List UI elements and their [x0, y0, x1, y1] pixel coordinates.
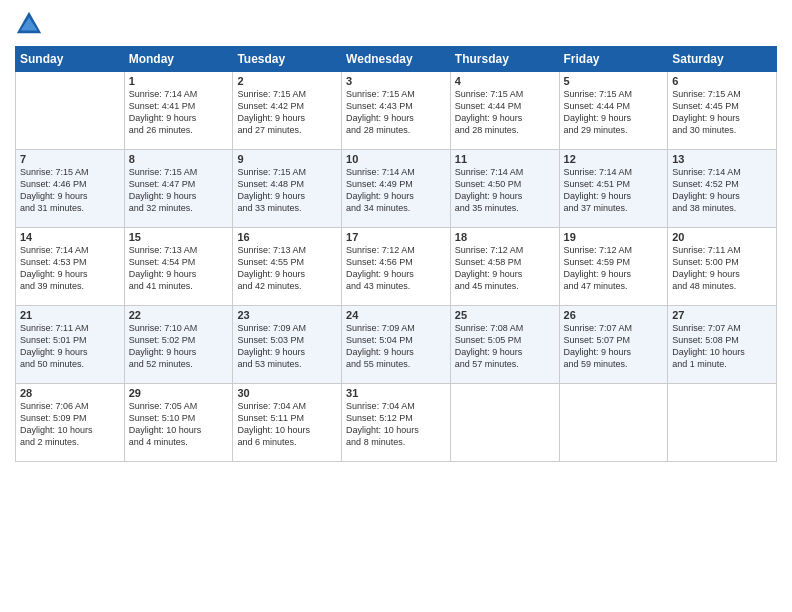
day-number: 9: [237, 153, 337, 165]
day-info: Sunrise: 7:08 AM Sunset: 5:05 PM Dayligh…: [455, 322, 555, 371]
calendar-cell: 5Sunrise: 7:15 AM Sunset: 4:44 PM Daylig…: [559, 72, 668, 150]
day-number: 25: [455, 309, 555, 321]
calendar-cell: 24Sunrise: 7:09 AM Sunset: 5:04 PM Dayli…: [342, 306, 451, 384]
day-info: Sunrise: 7:14 AM Sunset: 4:49 PM Dayligh…: [346, 166, 446, 215]
calendar-cell: 19Sunrise: 7:12 AM Sunset: 4:59 PM Dayli…: [559, 228, 668, 306]
calendar-cell: 17Sunrise: 7:12 AM Sunset: 4:56 PM Dayli…: [342, 228, 451, 306]
day-info: Sunrise: 7:07 AM Sunset: 5:08 PM Dayligh…: [672, 322, 772, 371]
day-number: 16: [237, 231, 337, 243]
day-number: 29: [129, 387, 229, 399]
week-row-2: 7Sunrise: 7:15 AM Sunset: 4:46 PM Daylig…: [16, 150, 777, 228]
day-info: Sunrise: 7:12 AM Sunset: 4:59 PM Dayligh…: [564, 244, 664, 293]
day-info: Sunrise: 7:15 AM Sunset: 4:43 PM Dayligh…: [346, 88, 446, 137]
day-info: Sunrise: 7:09 AM Sunset: 5:04 PM Dayligh…: [346, 322, 446, 371]
week-row-5: 28Sunrise: 7:06 AM Sunset: 5:09 PM Dayli…: [16, 384, 777, 462]
calendar-cell: 30Sunrise: 7:04 AM Sunset: 5:11 PM Dayli…: [233, 384, 342, 462]
day-number: 6: [672, 75, 772, 87]
day-info: Sunrise: 7:11 AM Sunset: 5:01 PM Dayligh…: [20, 322, 120, 371]
calendar-header: SundayMondayTuesdayWednesdayThursdayFrid…: [16, 47, 777, 72]
day-number: 5: [564, 75, 664, 87]
calendar-body: 1Sunrise: 7:14 AM Sunset: 4:41 PM Daylig…: [16, 72, 777, 462]
calendar-cell: 21Sunrise: 7:11 AM Sunset: 5:01 PM Dayli…: [16, 306, 125, 384]
day-number: 3: [346, 75, 446, 87]
week-row-3: 14Sunrise: 7:14 AM Sunset: 4:53 PM Dayli…: [16, 228, 777, 306]
page-header: [15, 10, 777, 38]
day-info: Sunrise: 7:12 AM Sunset: 4:58 PM Dayligh…: [455, 244, 555, 293]
day-number: 2: [237, 75, 337, 87]
day-info: Sunrise: 7:13 AM Sunset: 4:55 PM Dayligh…: [237, 244, 337, 293]
day-info: Sunrise: 7:15 AM Sunset: 4:42 PM Dayligh…: [237, 88, 337, 137]
day-info: Sunrise: 7:15 AM Sunset: 4:48 PM Dayligh…: [237, 166, 337, 215]
day-number: 22: [129, 309, 229, 321]
day-number: 13: [672, 153, 772, 165]
day-number: 1: [129, 75, 229, 87]
day-info: Sunrise: 7:09 AM Sunset: 5:03 PM Dayligh…: [237, 322, 337, 371]
day-info: Sunrise: 7:11 AM Sunset: 5:00 PM Dayligh…: [672, 244, 772, 293]
calendar-cell: 25Sunrise: 7:08 AM Sunset: 5:05 PM Dayli…: [450, 306, 559, 384]
day-info: Sunrise: 7:12 AM Sunset: 4:56 PM Dayligh…: [346, 244, 446, 293]
day-info: Sunrise: 7:14 AM Sunset: 4:52 PM Dayligh…: [672, 166, 772, 215]
day-info: Sunrise: 7:04 AM Sunset: 5:12 PM Dayligh…: [346, 400, 446, 449]
day-info: Sunrise: 7:15 AM Sunset: 4:45 PM Dayligh…: [672, 88, 772, 137]
calendar-cell: 27Sunrise: 7:07 AM Sunset: 5:08 PM Dayli…: [668, 306, 777, 384]
day-info: Sunrise: 7:06 AM Sunset: 5:09 PM Dayligh…: [20, 400, 120, 449]
column-header-thursday: Thursday: [450, 47, 559, 72]
day-number: 14: [20, 231, 120, 243]
calendar-cell: [559, 384, 668, 462]
day-number: 15: [129, 231, 229, 243]
calendar-cell: 2Sunrise: 7:15 AM Sunset: 4:42 PM Daylig…: [233, 72, 342, 150]
calendar-cell: 7Sunrise: 7:15 AM Sunset: 4:46 PM Daylig…: [16, 150, 125, 228]
calendar-cell: 26Sunrise: 7:07 AM Sunset: 5:07 PM Dayli…: [559, 306, 668, 384]
day-number: 19: [564, 231, 664, 243]
day-info: Sunrise: 7:14 AM Sunset: 4:41 PM Dayligh…: [129, 88, 229, 137]
column-header-saturday: Saturday: [668, 47, 777, 72]
day-number: 28: [20, 387, 120, 399]
day-info: Sunrise: 7:14 AM Sunset: 4:53 PM Dayligh…: [20, 244, 120, 293]
week-row-1: 1Sunrise: 7:14 AM Sunset: 4:41 PM Daylig…: [16, 72, 777, 150]
calendar-cell: 1Sunrise: 7:14 AM Sunset: 4:41 PM Daylig…: [124, 72, 233, 150]
day-number: 10: [346, 153, 446, 165]
day-info: Sunrise: 7:14 AM Sunset: 4:51 PM Dayligh…: [564, 166, 664, 215]
day-number: 11: [455, 153, 555, 165]
day-number: 12: [564, 153, 664, 165]
calendar-cell: [16, 72, 125, 150]
day-number: 30: [237, 387, 337, 399]
header-row: SundayMondayTuesdayWednesdayThursdayFrid…: [16, 47, 777, 72]
calendar-table: SundayMondayTuesdayWednesdayThursdayFrid…: [15, 46, 777, 462]
logo-icon: [15, 10, 43, 38]
calendar-cell: 9Sunrise: 7:15 AM Sunset: 4:48 PM Daylig…: [233, 150, 342, 228]
calendar-cell: 13Sunrise: 7:14 AM Sunset: 4:52 PM Dayli…: [668, 150, 777, 228]
calendar-cell: 31Sunrise: 7:04 AM Sunset: 5:12 PM Dayli…: [342, 384, 451, 462]
day-info: Sunrise: 7:04 AM Sunset: 5:11 PM Dayligh…: [237, 400, 337, 449]
calendar-cell: 8Sunrise: 7:15 AM Sunset: 4:47 PM Daylig…: [124, 150, 233, 228]
day-number: 18: [455, 231, 555, 243]
calendar-cell: 6Sunrise: 7:15 AM Sunset: 4:45 PM Daylig…: [668, 72, 777, 150]
day-info: Sunrise: 7:14 AM Sunset: 4:50 PM Dayligh…: [455, 166, 555, 215]
day-number: 23: [237, 309, 337, 321]
calendar-cell: 23Sunrise: 7:09 AM Sunset: 5:03 PM Dayli…: [233, 306, 342, 384]
calendar-cell: 10Sunrise: 7:14 AM Sunset: 4:49 PM Dayli…: [342, 150, 451, 228]
day-number: 24: [346, 309, 446, 321]
day-number: 8: [129, 153, 229, 165]
week-row-4: 21Sunrise: 7:11 AM Sunset: 5:01 PM Dayli…: [16, 306, 777, 384]
day-info: Sunrise: 7:15 AM Sunset: 4:44 PM Dayligh…: [455, 88, 555, 137]
column-header-tuesday: Tuesday: [233, 47, 342, 72]
calendar-cell: [450, 384, 559, 462]
calendar-cell: 11Sunrise: 7:14 AM Sunset: 4:50 PM Dayli…: [450, 150, 559, 228]
calendar-cell: 4Sunrise: 7:15 AM Sunset: 4:44 PM Daylig…: [450, 72, 559, 150]
column-header-friday: Friday: [559, 47, 668, 72]
calendar-cell: [668, 384, 777, 462]
day-number: 20: [672, 231, 772, 243]
day-number: 4: [455, 75, 555, 87]
day-info: Sunrise: 7:15 AM Sunset: 4:47 PM Dayligh…: [129, 166, 229, 215]
day-info: Sunrise: 7:13 AM Sunset: 4:54 PM Dayligh…: [129, 244, 229, 293]
calendar-cell: 16Sunrise: 7:13 AM Sunset: 4:55 PM Dayli…: [233, 228, 342, 306]
logo: [15, 10, 47, 38]
page-container: SundayMondayTuesdayWednesdayThursdayFrid…: [0, 0, 792, 612]
day-number: 17: [346, 231, 446, 243]
column-header-sunday: Sunday: [16, 47, 125, 72]
day-info: Sunrise: 7:07 AM Sunset: 5:07 PM Dayligh…: [564, 322, 664, 371]
calendar-cell: 29Sunrise: 7:05 AM Sunset: 5:10 PM Dayli…: [124, 384, 233, 462]
calendar-cell: 18Sunrise: 7:12 AM Sunset: 4:58 PM Dayli…: [450, 228, 559, 306]
calendar-cell: 12Sunrise: 7:14 AM Sunset: 4:51 PM Dayli…: [559, 150, 668, 228]
